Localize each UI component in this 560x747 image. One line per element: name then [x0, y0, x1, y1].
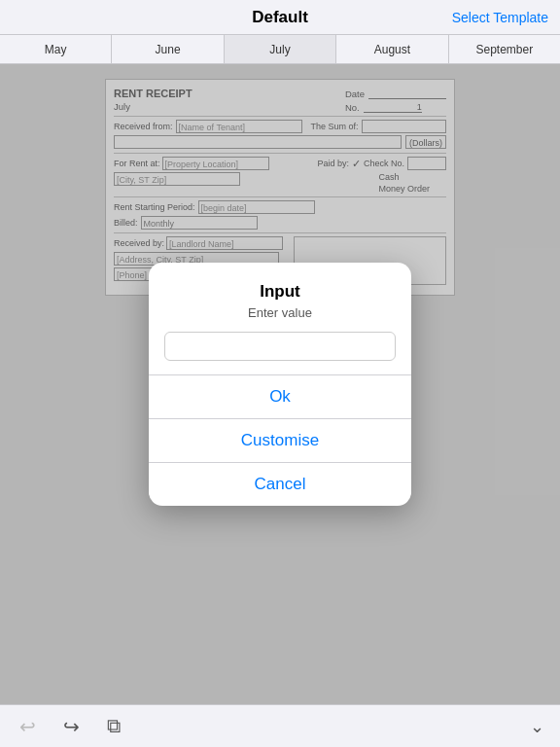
select-template-button[interactable]: Select Template	[452, 10, 548, 25]
tab-july[interactable]: July	[225, 35, 336, 63]
modal-title: Input	[164, 282, 396, 302]
header-title: Default	[252, 8, 308, 27]
modal-subtitle: Enter value	[164, 305, 396, 320]
ok-button[interactable]: Ok	[149, 375, 411, 419]
copy-button[interactable]: ⧉	[103, 711, 124, 741]
modal-input[interactable]	[164, 332, 396, 361]
bottom-toolbar: ↩ ↪ ⧉ ⌄	[0, 704, 560, 747]
month-tabs: May June July August September	[0, 35, 560, 64]
chevron-down-button[interactable]: ⌄	[530, 716, 544, 737]
cancel-button[interactable]: Cancel	[149, 463, 411, 506]
redo-button[interactable]: ↪	[59, 711, 84, 742]
tab-august[interactable]: August	[336, 35, 448, 63]
modal-backdrop: Input Enter value Ok Customise Cancel	[0, 64, 560, 704]
header: Default Select Template	[0, 0, 560, 35]
main-area: RENT RECEIPT July Date No. 1 Received fr…	[0, 64, 560, 704]
tab-may[interactable]: May	[0, 35, 112, 63]
tab-september[interactable]: September	[449, 35, 560, 63]
undo-button[interactable]: ↩	[16, 711, 40, 742]
tab-june[interactable]: June	[112, 35, 224, 63]
input-dialog: Input Enter value Ok Customise Cancel	[149, 263, 411, 506]
customise-button[interactable]: Customise	[149, 419, 411, 463]
